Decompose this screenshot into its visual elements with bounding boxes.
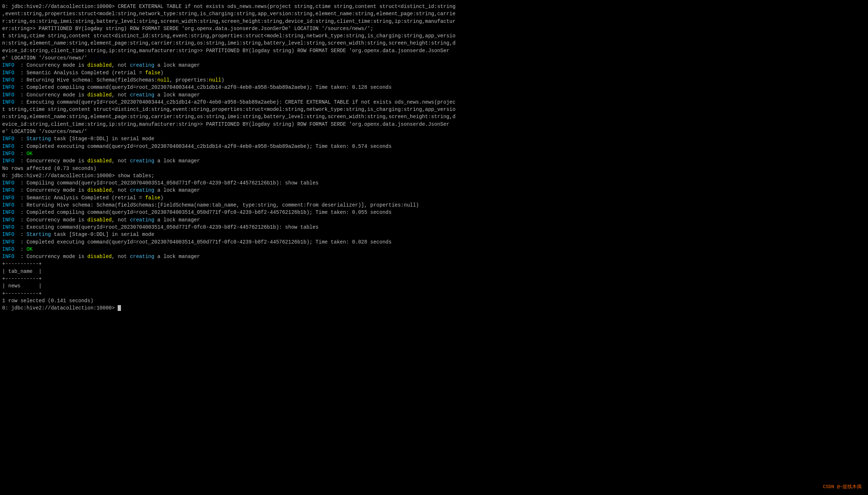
terminal-line: 1 row selected (0.141 seconds) (2, 297, 866, 304)
terminal: 0: jdbc:hive2://datacollection:10000> CR… (0, 0, 868, 495)
terminal-line: INFO : OK (2, 246, 866, 253)
terminal-cursor (118, 305, 121, 311)
terminal-line: n:string,element_name:string,element_pag… (2, 39, 866, 47)
terminal-line: INFO : Executing command(queryId=root_20… (2, 99, 866, 106)
terminal-line: ,event:string,properties:struct<model:st… (2, 10, 866, 17)
terminal-line: INFO : Completed compiling command(query… (2, 84, 866, 91)
terminal-line: INFO : Completed compiling command(query… (2, 209, 866, 216)
terminal-line: evice_id:string,client_time:string,ip:st… (2, 121, 866, 128)
terminal-line: No rows affected (0.73 seconds) (2, 165, 866, 172)
terminal-line: +-----------+ (2, 260, 866, 267)
terminal-line: r:string,os:string,imei:string,battery_l… (2, 18, 866, 25)
watermark: CSDN @~提线木偶 (823, 484, 861, 491)
terminal-line: INFO : Concurrency mode is disabled, not… (2, 187, 866, 194)
terminal-line: INFO : Completed executing command(query… (2, 238, 866, 246)
terminal-line: 0: jdbc:hive2://datacollection:10000> (2, 304, 866, 312)
terminal-line: INFO : Returning Hive schema: Schema(fie… (2, 201, 866, 209)
terminal-line: +-----------+ (2, 290, 866, 297)
terminal-line: n:string,element_name:string,element_pag… (2, 113, 866, 120)
terminal-line: INFO : Executing command(queryId=root_20… (2, 224, 866, 231)
terminal-line: INFO : Completed executing command(query… (2, 143, 866, 150)
terminal-line: INFO : Concurrency mode is disabled, not… (2, 91, 866, 99)
terminal-line: 0: jdbc:hive2://datacollection:10000> sh… (2, 172, 866, 179)
terminal-line: INFO : OK (2, 150, 866, 157)
terminal-line: INFO : Concurrency mode is disabled, not… (2, 253, 866, 260)
terminal-line: e' LOCATION '/sources/news/' (2, 54, 866, 62)
terminal-line: | news | (2, 282, 866, 290)
terminal-line: t string,ctime string,content struct<dis… (2, 32, 866, 39)
terminal-line: INFO : Starting task [Stage-0:DDL] in se… (2, 135, 866, 142)
terminal-line: evice_id:string,client_time:string,ip:st… (2, 47, 866, 54)
terminal-line: INFO : Compiling command(queryId=root_20… (2, 179, 866, 187)
terminal-output: 0: jdbc:hive2://datacollection:10000> CR… (2, 3, 866, 312)
terminal-line: INFO : Starting task [Stage-0:DDL] in se… (2, 231, 866, 238)
terminal-line: INFO : Returning Hive schema: Schema(fie… (2, 76, 866, 84)
terminal-line: INFO : Semantic Analysis Completed (retr… (2, 69, 866, 76)
terminal-line: INFO : Concurrency mode is disabled, not… (2, 157, 866, 165)
terminal-line: e' LOCATION '/sources/news/' (2, 128, 866, 135)
terminal-line: INFO : Concurrency mode is disabled, not… (2, 62, 866, 69)
terminal-line: +-----------+ (2, 275, 866, 282)
terminal-line: INFO : Semantic Analysis Completed (retr… (2, 194, 866, 201)
terminal-line: 0: jdbc:hive2://datacollection:10000> CR… (2, 3, 866, 10)
terminal-line: INFO : Concurrency mode is disabled, not… (2, 216, 866, 224)
terminal-line: t string,ctime string,content struct<dis… (2, 106, 866, 113)
terminal-line: er:string>> PARTITIONED BY(logday string… (2, 25, 866, 32)
terminal-line: | tab_name | (2, 268, 866, 275)
